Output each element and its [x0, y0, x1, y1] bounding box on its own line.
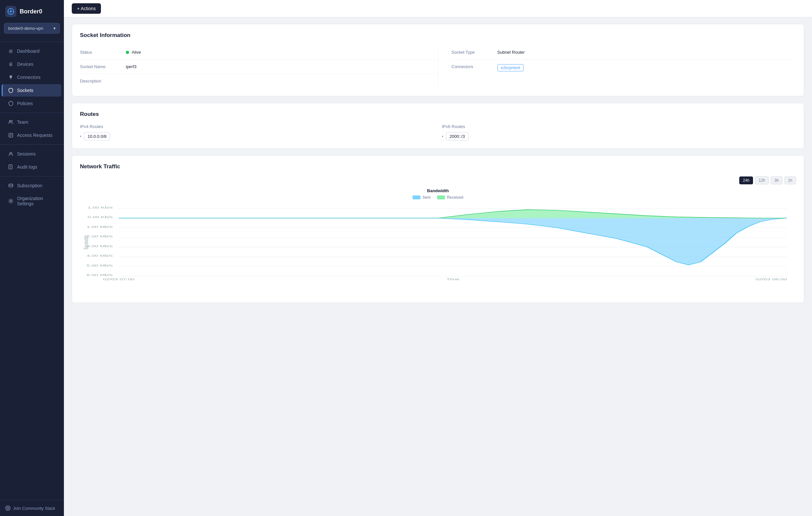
- sidebar-item-sessions[interactable]: Sessions: [3, 148, 61, 160]
- app-name: Border0: [20, 8, 42, 15]
- svg-text:02/03 08:00: 02/03 08:00: [756, 278, 787, 281]
- topbar: + Actions: [64, 0, 812, 17]
- sidebar-divider-4: [0, 176, 64, 177]
- devices-icon: 🖥: [8, 61, 14, 67]
- sidebar-item-label: Dashboard: [17, 49, 40, 54]
- sidebar-item-label: Connectors: [17, 74, 40, 80]
- sidebar-item-label: Sockets: [17, 88, 33, 93]
- svg-point-7: [11, 120, 13, 122]
- sidebar-bottom: Join Community Slack: [0, 500, 64, 516]
- socket-info-right: Socket Type Subnet Router Connectors e2e…: [438, 45, 796, 88]
- sidebar: Border0 border0-demo-vpn ▾ ⊞ Dashboard 🖥…: [0, 0, 64, 516]
- org-settings-icon: [8, 198, 14, 204]
- ipv4-route-item: • 10.0.0.0/8: [80, 132, 434, 141]
- actions-button[interactable]: + Actions: [72, 3, 101, 14]
- sidebar-item-devices[interactable]: 🖥 Devices: [3, 58, 61, 70]
- sidebar-item-sockets[interactable]: Sockets: [2, 84, 61, 97]
- sidebar-item-label: Devices: [17, 62, 33, 67]
- connectors-value: e2evpntest: [497, 64, 524, 71]
- sidebar-item-label: Team: [17, 120, 28, 125]
- network-traffic-title: Network Traffic: [80, 163, 796, 170]
- svg-point-19: [10, 201, 12, 202]
- svg-point-20: [6, 506, 10, 510]
- description-label: Description: [80, 79, 119, 84]
- sidebar-item-org-settings[interactable]: Organization Settings: [3, 192, 61, 210]
- sidebar-divider: [0, 41, 64, 42]
- status-row: Status Alive: [80, 45, 438, 60]
- svg-text:3.00 Mb/s: 3.00 Mb/s: [87, 244, 113, 247]
- traffic-chart: 1.00 Kb/s 0.00 Kb/s 1.00 Mb/s 2.00 Mb/s …: [80, 203, 796, 281]
- status-value: Alive: [126, 50, 141, 55]
- socket-name-label: Socket Name: [80, 64, 119, 69]
- routes-card: Routes IPv4 Routes • 10.0.0.0/8 IPv6 Rou…: [72, 103, 804, 149]
- socket-info-card: Socket Information Status Alive Socket N…: [72, 24, 804, 96]
- policies-icon: [8, 100, 14, 107]
- socket-name-row: Socket Name iperf3: [80, 60, 438, 74]
- connectors-row: Connectors e2evpntest: [452, 60, 796, 76]
- sessions-icon: [8, 151, 14, 157]
- socket-type-label: Socket Type: [452, 50, 491, 55]
- ipv6-routes: IPv6 Routes • 2000::/3: [442, 124, 796, 141]
- socket-info-grid: Status Alive Socket Name iperf3 Descript…: [80, 45, 796, 88]
- sidebar-item-team[interactable]: Team: [3, 116, 61, 128]
- legend-received-color: [437, 195, 445, 200]
- chart-area: 1.00 Kb/s 0.00 Kb/s 1.00 Mb/s 2.00 Mb/s …: [80, 203, 796, 295]
- dashboard-icon: ⊞: [8, 48, 14, 54]
- sidebar-item-access-requests[interactable]: Access Requests: [3, 129, 61, 142]
- chart-title: Bandwidth: [80, 188, 796, 193]
- socket-name-value: iperf3: [126, 64, 137, 69]
- ipv4-route-value: 10.0.0.0/8: [84, 132, 110, 141]
- svg-point-1: [10, 10, 12, 12]
- sidebar-item-dashboard[interactable]: ⊞ Dashboard: [3, 45, 61, 57]
- socket-info-left: Status Alive Socket Name iperf3 Descript…: [80, 45, 438, 88]
- page-content: Socket Information Status Alive Socket N…: [64, 17, 812, 316]
- socket-type-row: Socket Type Subnet Router: [452, 45, 796, 60]
- time-btn-24h[interactable]: 24h: [739, 177, 753, 184]
- connector-tag[interactable]: e2evpntest: [497, 64, 524, 71]
- svg-text:Time: Time: [446, 278, 459, 281]
- traffic-time-controls: 24h 12h 3h 1h: [80, 177, 796, 184]
- legend-sent: Sent: [412, 195, 431, 200]
- socket-info-title: Socket Information: [80, 32, 796, 39]
- ipv4-label: IPv4 Routes: [80, 124, 434, 129]
- time-btn-1h[interactable]: 1h: [784, 177, 796, 184]
- chart-legend: Sent Received: [80, 195, 796, 200]
- status-label: Status: [80, 50, 119, 55]
- svg-text:4.00 Mb/s: 4.00 Mb/s: [87, 254, 113, 257]
- sidebar-item-label: Sessions: [17, 151, 36, 156]
- logo-icon: [5, 6, 17, 17]
- sidebar-item-connectors[interactable]: Connectors: [3, 71, 61, 84]
- svg-text:0.00 Kb/s: 0.00 Kb/s: [87, 215, 113, 219]
- sidebar-item-audit-logs[interactable]: Audit logs: [3, 161, 61, 173]
- team-icon: [8, 119, 14, 125]
- svg-text:1.00 Mb/s: 1.00 Mb/s: [87, 225, 113, 228]
- connectors-icon: [8, 74, 14, 80]
- audit-logs-icon: [8, 164, 14, 170]
- svg-text:1.00 Kb/s: 1.00 Kb/s: [87, 206, 113, 209]
- network-traffic-card: Network Traffic 24h 12h 3h 1h Bandwidth …: [72, 155, 804, 303]
- ipv4-routes: IPv4 Routes • 10.0.0.0/8: [80, 124, 434, 141]
- ipv6-label: IPv6 Routes: [442, 124, 796, 129]
- org-selector[interactable]: border0-demo-vpn ▾: [4, 23, 60, 34]
- subscription-icon: [8, 183, 14, 189]
- time-btn-3h[interactable]: 3h: [771, 177, 782, 184]
- svg-point-21: [7, 507, 9, 509]
- sidebar-item-policies[interactable]: Policies: [3, 97, 61, 110]
- sidebar-divider-2: [0, 113, 64, 113]
- routes-title: Routes: [80, 111, 796, 118]
- sidebar-item-label: Organization Settings: [17, 196, 56, 206]
- sidebar-item-label: Subscription: [17, 183, 42, 188]
- sidebar-item-label: Policies: [17, 101, 33, 106]
- socket-type-value: Subnet Router: [497, 50, 525, 55]
- svg-text:6.00 Mb/s: 6.00 Mb/s: [87, 273, 113, 277]
- legend-sent-color: [412, 195, 420, 200]
- legend-received: Received: [437, 195, 463, 200]
- sidebar-item-subscription[interactable]: Subscription: [3, 179, 61, 192]
- svg-text:2.00 Mb/s: 2.00 Mb/s: [87, 235, 113, 238]
- status-dot: [126, 51, 129, 54]
- time-btn-12h[interactable]: 12h: [755, 177, 769, 184]
- description-row: Description: [80, 74, 438, 88]
- join-slack-link[interactable]: Join Community Slack: [5, 506, 59, 511]
- routes-grid: IPv4 Routes • 10.0.0.0/8 IPv6 Routes • 2…: [80, 124, 796, 141]
- svg-point-6: [9, 120, 11, 122]
